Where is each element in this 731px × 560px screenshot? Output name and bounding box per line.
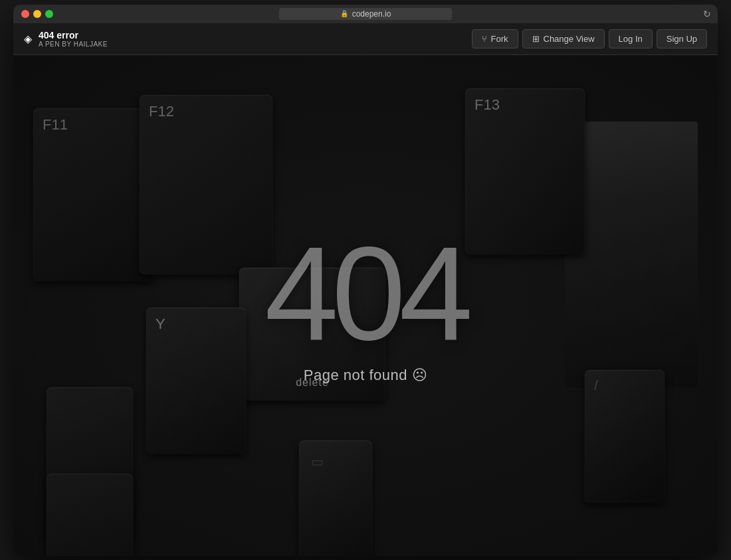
fork-button[interactable]: ⑂ Fork	[472, 29, 518, 48]
pen-title-block: 404 error A PEN BY Hailjake	[39, 30, 108, 48]
key-bottom-right: /	[585, 370, 665, 503]
change-view-button[interactable]: ⊞ Change View	[522, 29, 605, 48]
content-area: F11 F12 F13 delete Y ▭	[13, 55, 718, 556]
keyboard-background: F11 F12 F13 delete Y ▭	[13, 55, 718, 556]
pen-info: ◈ 404 error A PEN BY Hailjake	[24, 30, 472, 48]
keyboard-right-surface	[565, 122, 698, 387]
title-bar: 🔒 codepen.io ↻	[13, 5, 718, 23]
minimize-button[interactable]	[33, 10, 41, 18]
maximize-button[interactable]	[45, 10, 53, 18]
login-button[interactable]: Log In	[609, 29, 653, 48]
pen-author: A PEN BY Hailjake	[39, 41, 108, 48]
refresh-button[interactable]: ↻	[703, 9, 711, 19]
key-y: Y	[146, 308, 246, 454]
lock-icon: 🔒	[340, 10, 348, 17]
codepen-toolbar: ◈ 404 error A PEN BY Hailjake ⑂ Fork ⊞ C…	[13, 23, 718, 55]
change-view-icon: ⊞	[532, 34, 540, 44]
key-f11: F11	[33, 108, 153, 281]
close-button[interactable]	[21, 10, 29, 18]
mac-window: 🔒 codepen.io ↻ ◈ 404 error A PEN BY Hail…	[13, 5, 718, 556]
key-f12: F12	[140, 95, 272, 274]
key-f13: F13	[465, 88, 585, 254]
key-rect: ▭	[299, 440, 372, 556]
address-bar[interactable]: 🔒 codepen.io	[279, 8, 452, 20]
signup-button[interactable]: Sign Up	[657, 29, 707, 48]
toolbar-actions: ⑂ Fork ⊞ Change View Log In Sign Up	[472, 29, 708, 48]
key-delete: delete	[239, 268, 385, 401]
pen-title: 404 error	[39, 30, 108, 41]
key-backslash2: \	[47, 474, 133, 556]
address-text: codepen.io	[352, 9, 391, 19]
traffic-lights	[21, 10, 53, 18]
codepen-logo-icon: ◈	[24, 33, 32, 45]
fork-icon: ⑂	[482, 34, 487, 44]
